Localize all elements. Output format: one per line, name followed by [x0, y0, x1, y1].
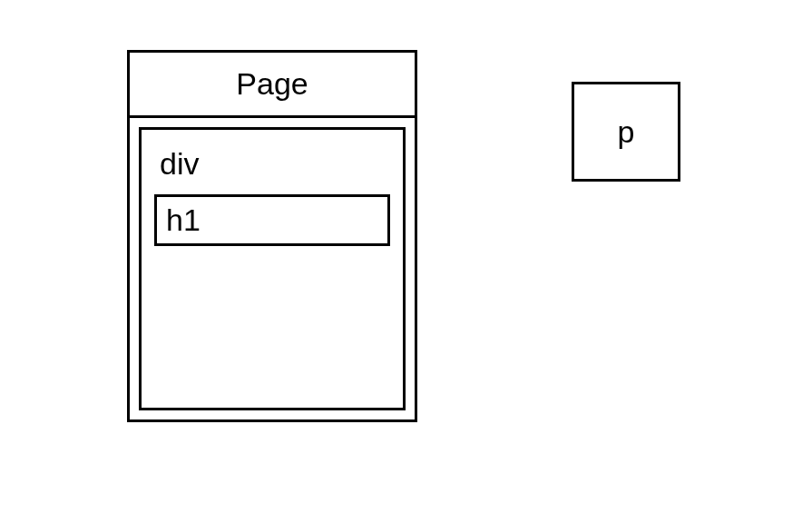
p-box: p: [572, 82, 680, 182]
page-header: Page: [130, 53, 415, 118]
h1-box: h1: [154, 194, 390, 246]
page-body: div h1: [130, 118, 415, 419]
p-label: p: [618, 114, 635, 150]
div-box: div h1: [139, 127, 406, 410]
h1-label: h1: [166, 202, 201, 237]
page-label: Page: [236, 66, 308, 102]
page-box: Page div h1: [127, 50, 417, 422]
div-label: div: [154, 146, 390, 182]
